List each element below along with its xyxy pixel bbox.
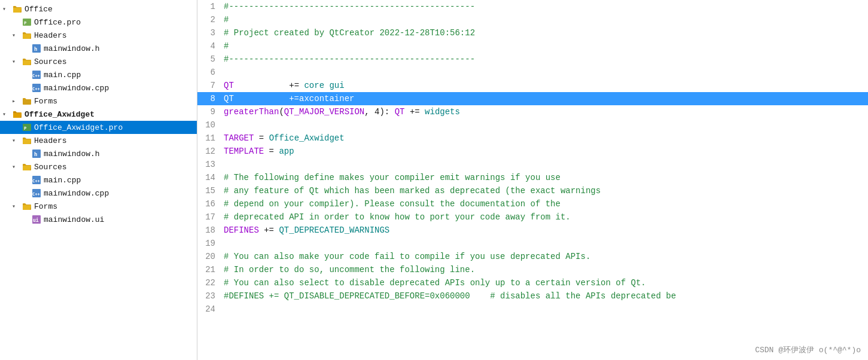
- sidebar-item-sources-2[interactable]: ▾Sources: [0, 160, 197, 173]
- svg-text:C++: C++: [32, 87, 40, 91]
- sidebar-item-office-project[interactable]: ▾Office: [0, 2, 197, 16]
- file-icon-folder-open: [22, 135, 32, 146]
- code-line-23: 23#DEFINES += QT_DISABLE_DEPRECATED_BEFO…: [197, 289, 868, 303]
- svg-text:C++: C++: [32, 74, 40, 78]
- file-icon-h: h: [31, 43, 42, 54]
- tree-arrow: ▾: [12, 58, 22, 65]
- svg-text:C++: C++: [32, 192, 40, 197]
- file-icon-ui: ui: [31, 214, 42, 225]
- tree-label: Headers: [34, 31, 67, 40]
- sidebar-item-mainwindow-cpp-2[interactable]: C++mainwindow.cpp: [0, 187, 197, 200]
- tree-arrow: ▾: [2, 111, 12, 118]
- line-content: QT += core gui: [221, 79, 345, 92]
- line-content: greaterThan(QT_MAJOR_VERSION, 4): QT += …: [221, 105, 460, 118]
- line-number: 15: [197, 184, 221, 197]
- line-number: 23: [197, 289, 221, 303]
- code-line-15: 15# any feature of Qt which has been mar…: [197, 184, 868, 197]
- file-icon-pro: P: [22, 17, 32, 28]
- line-content: #DEFINES += QT_DISABLE_DEPRECATED_BEFORE…: [221, 289, 676, 303]
- line-number: 4: [197, 39, 221, 53]
- line-content: #: [221, 13, 229, 26]
- tree-label: main.cpp: [44, 71, 81, 80]
- file-icon-folder-open: [22, 201, 32, 212]
- line-content: # any feature of Qt which has been marke…: [221, 184, 601, 197]
- tree-label: mainwindow.h: [44, 44, 100, 53]
- tree-arrow: ▾: [12, 203, 22, 210]
- code-line-11: 11TARGET = Office_Axwidget: [197, 132, 868, 145]
- sidebar-item-headers-2[interactable]: ▾Headers: [0, 134, 197, 147]
- line-number: 3: [197, 26, 221, 39]
- sidebar-item-mainwindow-cpp-1[interactable]: C++mainwindow.cpp: [0, 81, 197, 94]
- tree-label: Office_Axwidget: [25, 110, 95, 119]
- line-number: 9: [197, 105, 221, 118]
- code-line-7: 7QT += core gui: [197, 79, 868, 92]
- line-number: 7: [197, 79, 221, 92]
- line-content: QT +=axcontainer: [221, 92, 354, 105]
- line-content: TARGET = Office_Axwidget: [221, 132, 345, 145]
- code-line-4: 4#: [197, 39, 868, 53]
- line-number: 17: [197, 210, 221, 224]
- code-line-20: 20# You can also make your code fail to …: [197, 250, 868, 263]
- tree-arrow: ▸: [12, 97, 22, 105]
- line-content: # You can also select to disable depreca…: [221, 276, 646, 289]
- file-tree[interactable]: ▾OfficePOffice.pro▾Headershmainwindow.h▾…: [0, 0, 197, 360]
- tree-label: mainwindow.h: [44, 150, 100, 158]
- sidebar-item-mainwindow-ui[interactable]: uimainwindow.ui: [0, 213, 197, 226]
- line-content: # The following define makes your compil…: [221, 171, 561, 184]
- sidebar-item-office-axwidget-project[interactable]: ▾Office_Axwidget: [0, 108, 197, 121]
- tree-label: mainwindow.cpp: [44, 84, 109, 93]
- line-content: #---------------------------------------…: [221, 0, 475, 13]
- line-content: # You can also make your code fail to co…: [221, 250, 590, 263]
- line-number: 22: [197, 276, 221, 289]
- line-number: 19: [197, 237, 221, 250]
- tree-label: mainwindow.cpp: [44, 189, 109, 198]
- code-line-3: 3# Project created by QtCreator 2022-12-…: [197, 26, 868, 39]
- line-number: 21: [197, 263, 221, 276]
- sidebar-item-office-axwidget-pro[interactable]: POffice_Axwidget.pro: [0, 121, 197, 134]
- sidebar-item-mainwindow-h-1[interactable]: hmainwindow.h: [0, 42, 197, 55]
- file-icon-cpp: C++: [31, 188, 42, 199]
- svg-text:h: h: [34, 151, 37, 157]
- code-line-1: 1#--------------------------------------…: [197, 0, 868, 13]
- sidebar-item-headers-1[interactable]: ▾Headers: [0, 29, 197, 42]
- tree-label: Sources: [34, 57, 67, 66]
- sidebar-item-forms-2[interactable]: ▾Forms: [0, 200, 197, 213]
- file-icon-h: h: [31, 148, 42, 159]
- line-number: 6: [197, 66, 221, 79]
- tree-label: Forms: [34, 202, 57, 211]
- svg-text:P: P: [24, 21, 26, 26]
- svg-text:ui: ui: [33, 217, 39, 223]
- sidebar-item-office-pro[interactable]: POffice.pro: [0, 16, 197, 29]
- line-content: #: [221, 39, 229, 53]
- sidebar-item-main-cpp-2[interactable]: C++main.cpp: [0, 173, 197, 187]
- line-content: TEMPLATE = app: [221, 145, 294, 158]
- code-line-9: 9greaterThan(QT_MAJOR_VERSION, 4): QT +=…: [197, 105, 868, 118]
- file-icon-pro: P: [22, 122, 32, 133]
- sidebar-item-sources-1[interactable]: ▾Sources: [0, 55, 197, 68]
- svg-text:C++: C++: [32, 179, 40, 184]
- line-number: 10: [197, 118, 221, 132]
- tree-arrow: ▾: [12, 137, 22, 144]
- line-content: # depend on your compiler). Please consu…: [221, 197, 561, 210]
- line-number: 2: [197, 13, 221, 26]
- svg-text:P: P: [24, 126, 26, 131]
- tree-label: Office_Axwidget.pro: [34, 123, 123, 132]
- file-icon-folder-open: [12, 4, 23, 14]
- line-number: 20: [197, 250, 221, 263]
- sidebar-item-main-cpp-1[interactable]: C++main.cpp: [0, 68, 197, 81]
- tree-label: Headers: [34, 136, 67, 145]
- code-line-21: 21# In order to do so, uncomment the fol…: [197, 263, 868, 276]
- line-number: 24: [197, 303, 221, 316]
- code-area: 1#--------------------------------------…: [197, 0, 868, 316]
- line-content: #---------------------------------------…: [221, 53, 475, 66]
- tree-arrow: ▾: [2, 5, 12, 13]
- code-line-18: 18DEFINES += QT_DEPRECATED_WARNINGS: [197, 224, 868, 237]
- tree-label: Office.pro: [34, 18, 81, 27]
- sidebar-item-forms-1[interactable]: ▸Forms: [0, 94, 197, 108]
- sidebar-item-mainwindow-h-2[interactable]: hmainwindow.h: [0, 147, 197, 160]
- line-number: 12: [197, 145, 221, 158]
- code-line-2: 2#: [197, 13, 868, 26]
- code-editor: 1#--------------------------------------…: [197, 0, 868, 360]
- file-icon-cpp: C++: [31, 83, 42, 93]
- code-line-10: 10: [197, 118, 868, 132]
